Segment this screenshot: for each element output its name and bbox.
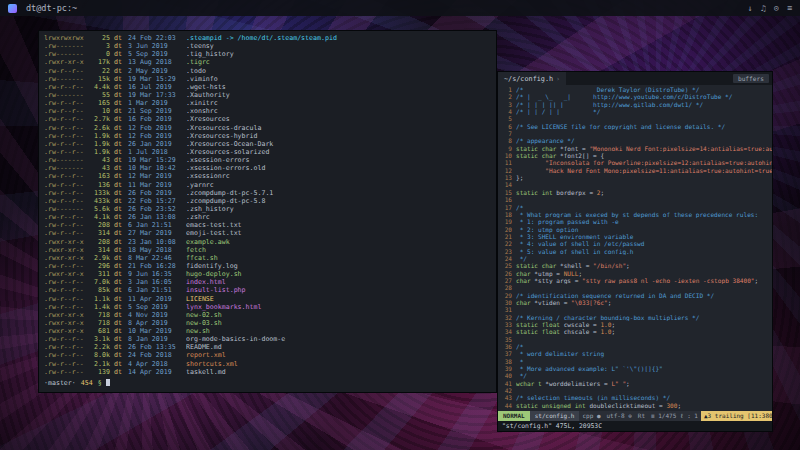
code-line: 11 "Inconsolata for Powerline:pixelsize=… [500, 159, 772, 166]
code-line: 41wchar_t *worddelimiters = L" "; [500, 380, 772, 387]
editor-tab[interactable]: ~/s/config.h › [498, 72, 566, 85]
code-line: 32/* Kerning / character bounding-box mu… [500, 314, 772, 321]
statusline-segment: ▲3 trailing [11:380] [701, 411, 772, 421]
list-item: .rw-r--r--22dt2 May 2019.todo [44, 67, 491, 75]
code-line: 14 [500, 181, 772, 188]
vim-command-line: "st/config.h" 475L, 20953C [498, 421, 772, 431]
launcher-icon[interactable] [8, 4, 17, 13]
list-item: .rw-------15kdt19 Mar 15:29.viminfo [44, 75, 491, 83]
menu-icon[interactable]: ≡ [787, 3, 792, 13]
prompt-count: 454 [81, 379, 93, 387]
statusline-segment: ≡ 1/475 ℓ : 1 [648, 411, 701, 421]
list-item: .rw-r--r--163dt12 Mar 2019.xsessionrc [44, 172, 491, 180]
vim-mode-indicator: NORMAL [498, 411, 530, 421]
list-item: .rw-r--r--8.0kdt24 Feb 2018report.xml [44, 351, 491, 359]
list-item: .rw-r--r--314dt27 Mar 2019emoji-test.txt [44, 229, 491, 237]
tray-icons: ↓♫⊙≡ [748, 3, 793, 13]
list-item: .rwxr-xr-x208dt23 Jan 10:08example.awk [44, 238, 491, 246]
code-line: 28 [500, 284, 772, 291]
list-item: .rw-------3dt3 Jun 2019.teensy [44, 42, 491, 50]
statusline-segment: utf-8 ⊕ [604, 411, 635, 421]
list-item: .rwxr-xr-x17kdt13 Aug 2018.tigrc [44, 58, 491, 66]
list-item: .rw-r--r--136dt11 Mar 2019.yarnrc [44, 181, 491, 189]
volume-icon[interactable]: ♫ [761, 3, 766, 13]
list-item: .rw-r--r--7.0kdt3 Jan 16:05index.html [44, 278, 491, 286]
list-item: .rwxr-xr-x718dt4 Nov 2019new-02.sh [44, 311, 491, 319]
statusline: NORMAL st/config.h cpp ●utf-8 ⊕Rt≡ 1/475… [498, 411, 772, 421]
network-icon[interactable]: ⊙ [774, 3, 779, 13]
code-line: 10static char *font2[] = { [500, 152, 772, 159]
code-line: 22 * 4: value of shell in /etc/passwd [500, 240, 772, 247]
list-item: .rw-r--r--165dt1 Mar 2019.xinitrc [44, 99, 491, 107]
editor-window-config-h: ~/s/config.h › buffers 1/* ____ _____ De… [497, 71, 773, 432]
prompt-symbol: § [98, 379, 102, 387]
code-line: 38 * [500, 358, 772, 365]
code-line: 12 "Hack Nerd Font Mono:pixelsize=11:ant… [500, 167, 772, 174]
code-line: 4/* |_|_/ |_| */ [500, 108, 772, 115]
list-item: lrwxrwxrwx25dt24 Feb 22:03.steampid -> /… [44, 34, 491, 42]
code-line: 2/* | _ \_ _| http://www.youtube.com/c/D… [500, 93, 772, 100]
list-item: .rwxr-xr-x681dt10 Mar 2019new.sh [44, 327, 491, 335]
list-item: .rw-r--r--139dt14 Apr 2019taskell.md [44, 368, 491, 376]
code-line: 40 */ [500, 372, 772, 379]
code-line: 35 [500, 336, 772, 343]
code-line: 39 * More advanced example: L" `'\"()[]{… [500, 365, 772, 372]
shell-prompt[interactable]: ·master· 454 § [44, 379, 491, 387]
updates-icon[interactable]: ↓ [748, 3, 753, 13]
code-line: 23 * 5: value of shell in config.h [500, 248, 772, 255]
code-area[interactable]: 1/* ____ _____ Derek Taylor (DistroTube)… [498, 85, 772, 411]
code-line: 18 * What program is execed by st depend… [500, 211, 772, 218]
code-line: 37 * word delimiter string [500, 350, 772, 357]
list-item: .rw-r--r--2.7kdt16 Feb 2019.Xresources [44, 115, 491, 123]
code-line: 9static char *font = "Mononoki Nerd Font… [500, 145, 772, 152]
list-item: .rw-r--r--3.1kdt8 Jan 2019org-mode-basic… [44, 335, 491, 343]
git-branch-label: ·master· [44, 379, 76, 387]
code-line: 13}; [500, 174, 772, 181]
editor-tab-title: ~/s/config.h [504, 75, 553, 83]
code-line: 43/* selection timeouts (in milliseconds… [500, 394, 772, 401]
list-item: .rwxr-xr-x2.9kdt8 Mar 22:46ffcat.sh [44, 254, 491, 262]
code-line: 44static unsigned int doubleclicktimeout… [500, 402, 772, 409]
list-item: .rw-------0dt5 Sep 2019.tig_history [44, 50, 491, 58]
code-line: 15static int borderpx = 2; [500, 189, 772, 196]
list-item: .rw-r--r--2.6kdt12 Feb 2019.Xresources-d… [44, 124, 491, 132]
code-line: 36/* [500, 343, 772, 350]
list-item: .rw-r--r--2.1kdt4 Apr 2018shortcuts.xml [44, 360, 491, 368]
list-item: .rw-r--r--433kdt22 Feb 15:27.zcompdump-d… [44, 197, 491, 205]
list-item: .rw-r--r--4.1kdt26 Jan 13:08.zshrc [44, 213, 491, 221]
list-item: .rw-r--r--85kdt6 Jan 21:51insult-list.ph… [44, 286, 491, 294]
terminal-window-file-list: lrwxrwxrwx25dt24 Feb 22:03.steampid -> /… [38, 30, 497, 393]
file-list: lrwxrwxrwx25dt24 Feb 22:03.steampid -> /… [44, 34, 491, 376]
list-item: .rw-------5.6kdt26 Feb 23:52.zsh_history [44, 205, 491, 213]
list-item: .rw-------43dt10 Mar 10:42.xsession-erro… [44, 164, 491, 172]
code-line: 27char *stty_args = "stty raw pass8 nl -… [500, 277, 772, 284]
statusline-segment: cpp ● [579, 411, 603, 421]
list-item: .rw-------55dt19 Mar 17:33.Xauthority [44, 91, 491, 99]
list-item: .rw-r--r--1.9kdt26 Jan 2019.Xresources-O… [44, 140, 491, 148]
window-title: dt@dt-pc:~ [26, 3, 77, 13]
list-item: .rw-r--r--208dt6 Jan 21:51emacs-test.txt [44, 221, 491, 229]
code-line: 8/* appearance */ [500, 137, 772, 144]
code-line: 29/* identification sequence returned in… [500, 292, 772, 299]
list-item: .rwxr-xr-x311dt9 Jun 16:35hugo-deploy.sh [44, 270, 491, 278]
buffers-tab[interactable]: buffers [733, 74, 769, 83]
list-item: .rw-r--r--1.9kdt1 Jul 2018.Xresources-so… [44, 148, 491, 156]
list-item: .rw-r--r--1.4kdt5 Sep 2019lynx_bookmarks… [44, 303, 491, 311]
code-line: 20 * 2: utmp option [500, 226, 772, 233]
code-line: 6/* See LICENSE file for copyright and l… [500, 123, 772, 130]
code-line: 30char *vtiden = "\033[?6c"; [500, 299, 772, 306]
code-line: 25static char *shell = "/bin/sh"; [500, 262, 772, 269]
chevron-right-icon: › [556, 75, 560, 83]
list-item: .rw-r--r--1.1kdt11 Apr 2019LICENSE [44, 295, 491, 303]
list-item: .rwxr-xr-x314dt18 May 2018fetch [44, 246, 491, 254]
list-item: .rw-------43dt19 Mar 15:29.xsession-erro… [44, 156, 491, 164]
code-line: 42 [500, 387, 772, 394]
list-item: .rw-r--r--4.4kdt16 Jul 2019.wget-hsts [44, 83, 491, 91]
list-item: .rw-r--r--296dt21 Feb 16:28fidentify.log [44, 262, 491, 270]
list-item: .rw-r--r--1.9kdt12 Feb 2019.Xresources-h… [44, 132, 491, 140]
top-bar: dt@dt-pc:~ ↓♫⊙≡ [0, 0, 800, 16]
code-line: 24 */ [500, 255, 772, 262]
statusline-segment: Rt [635, 411, 648, 421]
code-line: 33static float cwscale = 1.0; [500, 321, 772, 328]
code-line: 21 * 3: SHELL environment variable [500, 233, 772, 240]
